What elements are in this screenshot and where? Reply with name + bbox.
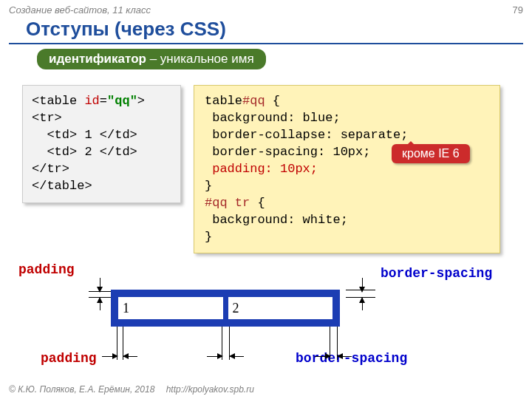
- dim-padding-middle: [220, 327, 231, 356]
- padding-label-bottom: padding: [41, 351, 97, 366]
- title-underline: [9, 43, 523, 44]
- cell-2: 2: [228, 297, 333, 319]
- identifier-callout: идентификатор – уникальное имя: [37, 49, 266, 69]
- css-code-block: table#qq { background: blue; border-coll…: [194, 85, 500, 253]
- html-code-block: <table id="qq"> <tr> <td> 1 </td> <td> 2…: [22, 85, 181, 203]
- callout-term: идентификатор: [49, 52, 146, 66]
- copyright: © К.Ю. Поляков, Е.А. Ерёмин, 2018: [9, 384, 154, 395]
- dim-padding-left: [117, 327, 127, 356]
- footer: © К.Ю. Поляков, Е.А. Ерёмин, 2018 http:/…: [9, 384, 254, 395]
- dim-padding-top: [89, 291, 111, 300]
- dim-border-spacing-right: [330, 327, 340, 356]
- border-spacing-label-top: border-spacing: [381, 266, 492, 281]
- dim-border-spacing-top: [346, 291, 368, 300]
- spacing-diagram: padding border-spacing padding border-sp…: [15, 273, 517, 369]
- cell-1: 1: [118, 297, 223, 319]
- callout-rest: – уникальное имя: [146, 52, 254, 66]
- padding-label-top: padding: [18, 262, 75, 277]
- page-number: 79: [513, 4, 523, 16]
- footer-url: http://kpolyakov.spb.ru: [166, 384, 254, 395]
- course-header: Создание веб-сайтов, 11 класс: [9, 4, 151, 16]
- border-spacing-label-bottom: border-spacing: [296, 351, 407, 366]
- ie6-note: кроме IE 6: [392, 144, 470, 163]
- page-title: Отступы (через CSS): [26, 18, 226, 41]
- table-illustration: 1 2: [111, 290, 340, 327]
